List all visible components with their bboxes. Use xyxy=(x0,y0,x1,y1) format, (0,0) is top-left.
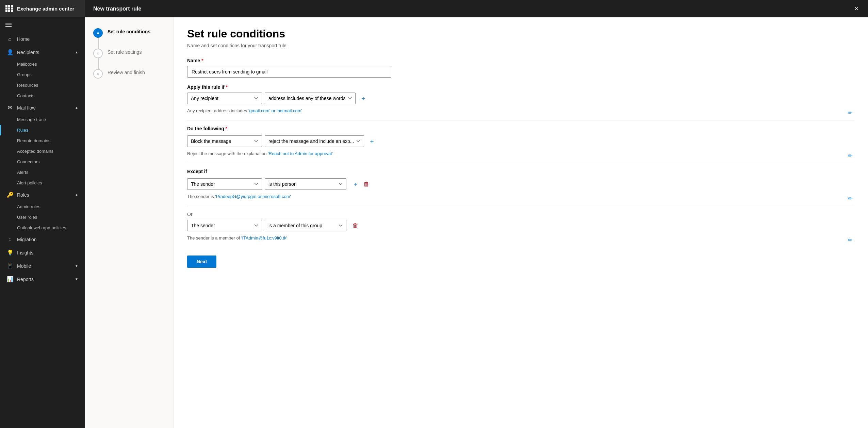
divider1 xyxy=(187,120,854,120)
do-following-label: Do the following * xyxy=(187,126,854,131)
do-pencil-icon: ✏ xyxy=(848,152,852,159)
do-select2[interactable]: reject the message and include an exp... xyxy=(265,135,364,147)
except-condition-row: The sender is this person ＋ 🗑 xyxy=(187,178,854,190)
form-title: Set rule conditions xyxy=(187,28,854,40)
do-select1[interactable]: Block the message xyxy=(187,135,262,147)
or-select1[interactable]: The sender xyxy=(187,220,262,231)
sidebar-item-groups[interactable]: Groups xyxy=(0,69,85,80)
or-select2[interactable]: is a member of this group xyxy=(265,220,346,231)
sidebar-home-label: Home xyxy=(17,36,30,42)
contacts-label: Contacts xyxy=(17,93,34,98)
sidebar-item-migration[interactable]: ↕ Migration xyxy=(0,233,85,246)
recipients-icon: 👤 xyxy=(7,49,13,55)
wizard-step-review[interactable]: ○ Review and finish xyxy=(93,68,165,89)
do-condition-info: Reject the message with the explanation … xyxy=(187,150,854,158)
except-edit-button[interactable]: ✏ xyxy=(846,194,854,203)
modal-close-button[interactable]: × xyxy=(853,5,860,13)
rule-form: Set rule conditions Name and set conditi… xyxy=(174,17,868,428)
apply-condition-link[interactable]: 'gmail.com' or 'hotmail.com' xyxy=(248,108,302,113)
name-required-star: * xyxy=(201,58,203,63)
step-label-settings: Set rule settings xyxy=(108,48,142,68)
roles-caret: ▲ xyxy=(75,193,78,197)
divider2 xyxy=(187,163,854,163)
app-grid-icon[interactable] xyxy=(5,5,13,12)
except-select1[interactable]: The sender xyxy=(187,178,262,190)
sidebar-item-roles[interactable]: 🔑 Roles ▲ xyxy=(0,188,85,201)
or-condition-link[interactable]: 'ITAdmin@fu1c:v9it0.tk' xyxy=(241,235,287,241)
connectors-label: Connectors xyxy=(17,159,39,164)
apply-condition-row: Any recipient address includes any of th… xyxy=(187,93,854,104)
sidebar-item-contacts[interactable]: Contacts xyxy=(0,90,85,101)
except-trash-icon: 🗑 xyxy=(363,181,370,188)
sidebar-item-mobile[interactable]: 📱 Mobile ▼ xyxy=(0,259,85,273)
except-plus-icon: ＋ xyxy=(353,180,359,188)
do-condition-link[interactable]: 'Reach out to Admin for approval' xyxy=(268,151,333,156)
apply-condition-block: Any recipient address includes any of th… xyxy=(187,93,854,115)
do-following-text: Do the following xyxy=(187,126,224,131)
step-circle-settings: ○ xyxy=(93,49,103,58)
except-add-button[interactable]: ＋ xyxy=(350,179,361,190)
or-pencil-icon: ✏ xyxy=(848,237,852,243)
sidebar-item-outlookwebapppolicies[interactable]: Outlook web app policies xyxy=(0,223,85,233)
plus-icon: ＋ xyxy=(360,94,366,102)
name-label: Name * xyxy=(187,58,854,63)
apply-condition-info: Any recipient address includes 'gmail.co… xyxy=(187,107,854,115)
form-subtitle: Name and set conditions for your transpo… xyxy=(187,43,854,48)
sidebar-item-messagetrace[interactable]: Message trace xyxy=(0,114,85,125)
sidebar-item-connectors[interactable]: Connectors xyxy=(0,157,85,167)
outlookwebapppolicies-label: Outlook web app policies xyxy=(17,225,66,230)
modal-header: New transport rule × xyxy=(85,0,868,17)
wizard-steps: ● Set rule conditions ○ Set rule setting… xyxy=(85,17,174,428)
accepteddomains-label: Accepted domains xyxy=(17,149,53,154)
sidebar-item-rules[interactable]: Rules xyxy=(0,125,85,135)
apply-rule-label-text: Apply this rule if xyxy=(187,84,225,90)
apply-select2[interactable]: address includes any of these words xyxy=(265,93,356,104)
sidebar-item-reports[interactable]: 📊 Reports ▼ xyxy=(0,273,85,286)
alertpolicies-label: Alert policies xyxy=(17,180,42,185)
roles-icon: 🔑 xyxy=(7,192,13,198)
except-condition-link[interactable]: 'PradeepG@yiurpgm.onmicrosoft.com' xyxy=(215,194,291,199)
sidebar-item-adminroles[interactable]: Admin roles xyxy=(0,201,85,212)
next-button[interactable]: Next xyxy=(187,256,216,268)
modal-body: ● Set rule conditions ○ Set rule setting… xyxy=(85,17,868,428)
hamburger-button[interactable] xyxy=(0,17,85,33)
sidebar-item-remotedomains[interactable]: Remote domains xyxy=(0,135,85,146)
except-delete-button[interactable]: 🗑 xyxy=(361,179,372,189)
sidebar-item-mailboxes[interactable]: Mailboxes xyxy=(0,59,85,69)
recipients-caret: ▲ xyxy=(75,50,78,54)
sidebar-item-accepteddomains[interactable]: Accepted domains xyxy=(0,146,85,157)
sidebar-item-userroles[interactable]: User roles xyxy=(0,212,85,223)
sidebar-item-alertpolicies[interactable]: Alert policies xyxy=(0,178,85,188)
or-delete-button[interactable]: 🗑 xyxy=(350,221,361,231)
or-edit-button[interactable]: ✏ xyxy=(846,235,854,245)
apply-add-button[interactable]: ＋ xyxy=(358,93,369,104)
app-title: Exchange admin center xyxy=(17,6,74,12)
sidebar: Exchange admin center ⌂ Home 👤 Recipient… xyxy=(0,0,85,428)
remotedomains-label: Remote domains xyxy=(17,138,50,143)
sidebar-item-recipients[interactable]: 👤 Recipients ▲ xyxy=(0,46,85,59)
groups-label: Groups xyxy=(17,72,32,77)
except-pencil-icon: ✏ xyxy=(848,195,852,202)
do-plus-icon: ＋ xyxy=(369,137,375,145)
apply-select1[interactable]: Any recipient xyxy=(187,93,262,104)
rule-name-input[interactable] xyxy=(187,66,391,78)
sidebar-item-resources[interactable]: Resources xyxy=(0,80,85,90)
mobile-icon: 📱 xyxy=(7,263,13,269)
do-edit-button[interactable]: ✏ xyxy=(846,151,854,160)
apply-edit-button[interactable]: ✏ xyxy=(846,108,854,117)
wizard-step-conditions[interactable]: ● Set rule conditions xyxy=(93,28,165,48)
or-condition-block: The sender is a member of this group 🗑 xyxy=(187,220,854,242)
mailflow-label: Mail flow xyxy=(17,105,35,111)
sidebar-item-home[interactable]: ⌂ Home xyxy=(0,33,85,46)
name-label-text: Name xyxy=(187,58,200,63)
do-add-button[interactable]: ＋ xyxy=(367,136,377,147)
sidebar-nav: ⌂ Home 👤 Recipients ▲ Mailboxes Groups R… xyxy=(0,17,85,428)
sidebar-item-alerts[interactable]: Alerts xyxy=(0,167,85,178)
except-select2[interactable]: is this person xyxy=(265,178,346,190)
reports-caret: ▼ xyxy=(75,277,78,281)
mailflow-caret: ▲ xyxy=(75,106,78,110)
do-required-star: * xyxy=(226,126,227,131)
sidebar-item-insights[interactable]: 💡 Insights xyxy=(0,246,85,259)
sidebar-item-mailflow[interactable]: ✉ Mail flow ▲ xyxy=(0,101,85,114)
wizard-step-settings[interactable]: ○ Set rule settings xyxy=(93,48,165,68)
